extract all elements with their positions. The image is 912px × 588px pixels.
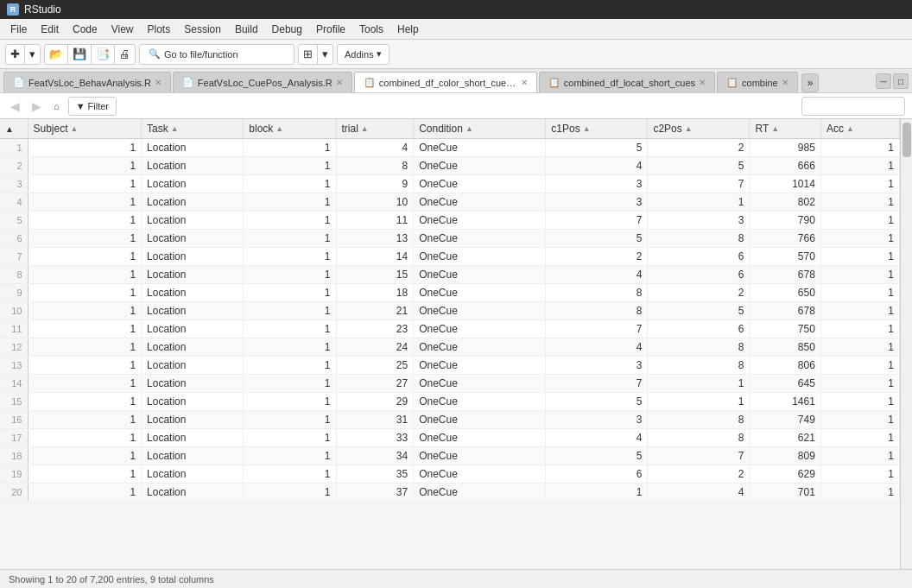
menu-item-profile[interactable]: Profile: [309, 22, 352, 37]
view-btn-group[interactable]: ⊞ ▾: [298, 44, 333, 65]
menu-item-edit[interactable]: Edit: [34, 22, 66, 37]
tab-close[interactable]: ✕: [336, 78, 343, 87]
cell-task: Location: [142, 375, 244, 393]
menu-item-view[interactable]: View: [104, 22, 141, 37]
table-row[interactable]: 21Location18OneCue456661: [0, 157, 900, 175]
cell-acc: 1: [820, 393, 899, 411]
tab-close[interactable]: ✕: [521, 78, 528, 87]
table-row[interactable]: 41Location110OneCue318021: [0, 193, 900, 212]
table-row[interactable]: 61Location113OneCue587661: [0, 230, 900, 248]
new-file-group[interactable]: ✚ ▾: [5, 44, 41, 65]
table-row[interactable]: 81Location115OneCue466781: [0, 266, 900, 284]
cell-block: 1: [244, 193, 336, 212]
col-header-trial[interactable]: trial▲: [336, 119, 414, 139]
cell-c1pos: 3: [546, 357, 648, 375]
cell-acc: 1: [820, 230, 899, 248]
scrollbar[interactable]: [900, 119, 912, 569]
cell-task: Location: [142, 484, 244, 502]
sort-indicator[interactable]: ▲: [5, 124, 14, 134]
table-row[interactable]: 71Location114OneCue265701: [0, 248, 900, 266]
table-row[interactable]: 51Location111OneCue737901: [0, 212, 900, 230]
cell-c2pos: 7: [648, 175, 750, 193]
table-row[interactable]: 111Location123OneCue767501: [0, 320, 900, 338]
cell-trial: 25: [336, 357, 414, 375]
cell-trial: 31: [336, 411, 414, 429]
menu-item-tools[interactable]: Tools: [352, 22, 390, 37]
rstudio-logo: R: [7, 3, 19, 16]
row-number: 19: [0, 465, 28, 484]
save-all-btn[interactable]: 📑: [92, 45, 115, 64]
menu-item-debug[interactable]: Debug: [265, 22, 309, 37]
toolbar: ✚ ▾ 📂 💾 📑 🖨 🔍 Go to file/function ⊞ ▾ Ad…: [0, 40, 912, 69]
nav-home-btn[interactable]: ⌂: [50, 99, 63, 113]
col-header-rt[interactable]: RT▲: [750, 119, 820, 139]
menu-item-build[interactable]: Build: [228, 22, 265, 37]
new-file-btn[interactable]: ✚: [6, 45, 25, 64]
table-row[interactable]: 181Location134OneCue578091: [0, 447, 900, 465]
tab-icon: 📋: [726, 77, 738, 88]
table-row[interactable]: 171Location133OneCue486211: [0, 429, 900, 447]
filter-btn[interactable]: ▼ Filter: [68, 97, 117, 116]
menu-item-help[interactable]: Help: [390, 22, 426, 37]
col-header-c2pos[interactable]: c2Pos▲: [648, 119, 750, 139]
open-save-group[interactable]: 📂 💾 📑 🖨: [44, 44, 136, 65]
col-header-task[interactable]: Task▲: [142, 119, 244, 139]
col-header-condition[interactable]: Condition▲: [414, 119, 546, 139]
view-dropdown[interactable]: ▾: [318, 45, 332, 64]
open-btn[interactable]: 📂: [45, 45, 68, 64]
go-to-file-btn[interactable]: 🔍 Go to file/function: [139, 44, 294, 65]
table-container[interactable]: ▲Subject▲Task▲block▲trial▲Condition▲c1Po…: [0, 119, 900, 569]
tab-label: FeatVsLoc_BehavAnalysis.R: [28, 78, 151, 88]
table-row[interactable]: 191Location135OneCue626291: [0, 465, 900, 484]
col-header-subject[interactable]: Subject▲: [28, 119, 142, 139]
cell-trial: 4: [336, 139, 414, 157]
table-row[interactable]: 201Location137OneCue147011: [0, 484, 900, 502]
tab-close[interactable]: ✕: [699, 78, 706, 87]
menu-item-code[interactable]: Code: [66, 22, 104, 37]
save-btn[interactable]: 💾: [68, 45, 92, 64]
cell-trial: 29: [336, 393, 414, 411]
col-header-block[interactable]: block▲: [244, 119, 336, 139]
maximize-btn[interactable]: □: [893, 73, 909, 89]
tab-tab3[interactable]: 📋combined_df_color_short_cues_consec✕: [354, 72, 537, 92]
cell-subject: 1: [28, 284, 142, 302]
cell-condition: OneCue: [414, 266, 546, 284]
tab-close[interactable]: ✕: [155, 78, 162, 87]
cell-acc: 1: [820, 447, 899, 465]
nav-forward-btn[interactable]: ▶: [28, 98, 45, 115]
table-row[interactable]: 91Location118OneCue826501: [0, 284, 900, 302]
table-row[interactable]: 31Location19OneCue3710141: [0, 175, 900, 193]
menu-item-plots[interactable]: Plots: [141, 22, 178, 37]
tab-close[interactable]: ✕: [782, 78, 788, 87]
cell-condition: OneCue: [414, 411, 546, 429]
search-input[interactable]: [801, 97, 905, 116]
tab-icon: 📄: [13, 77, 25, 88]
menu-item-file[interactable]: File: [3, 22, 34, 37]
addins-btn[interactable]: Addins ▾: [337, 44, 390, 65]
cell-block: 1: [244, 157, 336, 175]
col-header-acc[interactable]: Acc▲: [820, 119, 899, 139]
table-row[interactable]: 121Location124OneCue488501: [0, 338, 900, 357]
table-row[interactable]: 131Location125OneCue388061: [0, 357, 900, 375]
table-row[interactable]: 161Location131OneCue387491: [0, 411, 900, 429]
table-row[interactable]: 101Location121OneCue856781: [0, 302, 900, 320]
scrollbar-thumb[interactable]: [902, 123, 911, 157]
tab-overflow-btn[interactable]: »: [801, 73, 820, 92]
table-row[interactable]: 11Location14OneCue529851: [0, 139, 900, 157]
view-btn[interactable]: ⊞: [299, 45, 318, 64]
cell-task: Location: [142, 157, 244, 175]
tab-tab5[interactable]: 📋combine✕: [717, 72, 798, 92]
row-number: 20: [0, 484, 28, 502]
menu-item-session[interactable]: Session: [177, 22, 228, 37]
new-file-dropdown[interactable]: ▾: [25, 45, 40, 64]
cell-c2pos: 8: [648, 411, 750, 429]
table-row[interactable]: 151Location129OneCue5114611: [0, 393, 900, 411]
print-btn[interactable]: 🖨: [115, 45, 135, 64]
tab-tab4[interactable]: 📋combined_df_locat_short_cues✕: [539, 72, 715, 92]
nav-back-btn[interactable]: ◀: [7, 98, 23, 115]
table-row[interactable]: 141Location127OneCue716451: [0, 375, 900, 393]
tab-tab2[interactable]: 📄FeatVsLoc_CuePos_Analysis.R✕: [173, 72, 352, 92]
minimize-btn[interactable]: ─: [876, 73, 891, 89]
col-header-c1pos[interactable]: c1Pos▲: [546, 119, 648, 139]
tab-tab1[interactable]: 📄FeatVsLoc_BehavAnalysis.R✕: [3, 72, 171, 92]
